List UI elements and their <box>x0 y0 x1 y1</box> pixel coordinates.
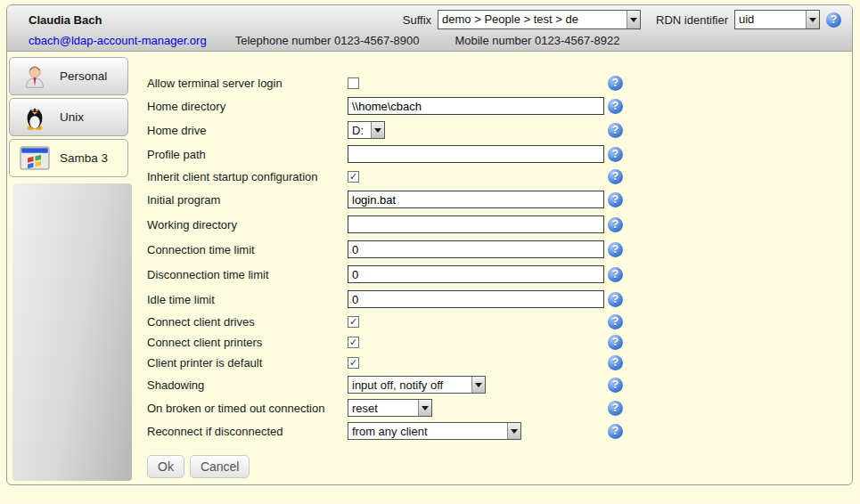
reconnect-if-disconnected-label: Reconnect if disconnected <box>147 425 348 438</box>
home-drive-control: D: <box>348 121 608 139</box>
windows-icon <box>20 144 50 173</box>
suffix-select[interactable]: demo > People > test > de <box>438 10 641 29</box>
help-icon[interactable]: ? <box>608 355 623 370</box>
form-row-initial-program: Initial program? <box>147 187 646 212</box>
disconnection-time-limit-control <box>348 265 608 283</box>
user-icon <box>20 62 50 91</box>
connect-client-drives-control: ✓ <box>348 316 608 328</box>
form-row-profile-path: Profile path? <box>147 142 646 167</box>
shadowing-select-value: input off, notify off <box>348 377 471 393</box>
allow-terminal-server-login-label: Allow terminal server login <box>147 77 348 90</box>
working-directory-control <box>348 215 608 233</box>
form-row-client-printer-is-default: Client printer is default✓? <box>147 353 646 373</box>
initial-program-control <box>348 191 608 208</box>
help-icon[interactable]: ? <box>608 401 623 416</box>
form-row-connect-client-drives: Connect client drives✓? <box>147 312 646 332</box>
home-directory-control <box>348 97 608 115</box>
help-icon[interactable]: ? <box>608 169 623 184</box>
form-row-connection-time-limit: Connection time limit? <box>147 237 646 262</box>
help-icon[interactable]: ? <box>608 123 623 138</box>
tab-samba3[interactable]: Samba 3 <box>9 139 128 177</box>
tux-icon <box>20 103 50 132</box>
help-icon[interactable]: ? <box>608 242 623 257</box>
form-rows: Allow terminal server login?Home directo… <box>147 73 646 443</box>
allow-terminal-server-login-checkbox[interactable] <box>348 77 359 89</box>
shadowing-control: input off, notify off <box>348 376 608 394</box>
chevron-down-icon[interactable] <box>418 400 431 416</box>
shadowing-label: Shadowing <box>147 378 348 392</box>
home-directory-input[interactable] <box>348 97 604 115</box>
connection-time-limit-input[interactable] <box>348 240 604 258</box>
connect-client-printers-control: ✓ <box>348 337 608 348</box>
ok-button[interactable]: Ok <box>147 455 184 478</box>
help-icon[interactable]: ? <box>608 314 623 329</box>
client-printer-is-default-label: Client printer is default <box>147 356 348 370</box>
help-icon[interactable]: ? <box>608 147 623 162</box>
telephone-number: Telephone number 0123-4567-8900 <box>235 34 420 47</box>
mobile-number: Mobile number 0123-4567-8922 <box>455 34 619 47</box>
profile-path-control <box>348 145 608 163</box>
idle-time-limit-input[interactable] <box>348 290 604 308</box>
disconnection-time-limit-input[interactable] <box>348 265 604 283</box>
inherit-client-startup-configuration-checkbox[interactable]: ✓ <box>348 171 359 183</box>
chevron-down-icon[interactable] <box>371 122 384 138</box>
shadowing-select[interactable]: input off, notify off <box>348 376 486 394</box>
client-printer-is-default-checkbox[interactable]: ✓ <box>348 357 359 369</box>
help-icon[interactable]: ? <box>608 267 623 282</box>
initial-program-input[interactable] <box>348 191 604 208</box>
on-broken-or-timed-out-connection-control: reset <box>348 399 608 417</box>
home-drive-select-value: D: <box>348 122 371 138</box>
reconnect-if-disconnected-select-value: from any client <box>348 423 507 439</box>
connect-client-printers-label: Connect client printers <box>147 336 348 349</box>
help-icon[interactable]: ? <box>608 192 623 207</box>
help-icon[interactable]: ? <box>608 217 623 232</box>
chevron-down-icon[interactable] <box>627 11 640 28</box>
rdn-identifier-select-value: uid <box>735 11 806 28</box>
help-icon[interactable]: ? <box>608 335 623 350</box>
tab-personal[interactable]: Personal <box>9 57 128 95</box>
cancel-button[interactable]: Cancel <box>190 455 250 478</box>
client-printer-is-default-control: ✓ <box>348 357 608 369</box>
inherit-client-startup-configuration-control: ✓ <box>348 171 608 183</box>
form-row-on-broken-or-timed-out-connection: On broken or timed out connectionreset? <box>147 396 646 419</box>
rdn-identifier-select[interactable]: uid <box>734 10 820 29</box>
tab-label: Unix <box>60 110 84 124</box>
email-link[interactable]: cbach@ldap-account-manager.org <box>29 34 207 47</box>
tab-label: Samba 3 <box>60 151 108 165</box>
on-broken-or-timed-out-connection-select[interactable]: reset <box>348 399 432 417</box>
help-icon[interactable]: ? <box>826 12 841 28</box>
help-icon[interactable]: ? <box>608 76 623 91</box>
help-icon[interactable]: ? <box>608 424 623 439</box>
account-header: Claudia Bach Suffix demo > People > test… <box>7 5 852 52</box>
header-row-1: Claudia Bach Suffix demo > People > test… <box>29 9 841 30</box>
form-row-idle-time-limit: Idle time limit? <box>147 287 646 312</box>
help-icon[interactable]: ? <box>608 99 623 114</box>
connect-client-drives-checkbox[interactable]: ✓ <box>348 316 359 328</box>
chevron-down-icon[interactable] <box>471 377 485 393</box>
idle-time-limit-label: Idle time limit <box>147 293 348 306</box>
help-icon[interactable]: ? <box>608 378 623 393</box>
form-row-reconnect-if-disconnected: Reconnect if disconnectedfrom any client… <box>147 419 646 443</box>
inherit-client-startup-configuration-label: Inherit client startup configuration <box>147 170 348 183</box>
module-tabs-sidebar: Personal Unix <box>9 57 132 180</box>
idle-time-limit-control <box>348 290 608 308</box>
form-row-allow-terminal-server-login: Allow terminal server login? <box>147 73 646 93</box>
reconnect-if-disconnected-select[interactable]: from any client <box>348 422 521 440</box>
form-row-inherit-client-startup-configuration: Inherit client startup configuration✓? <box>147 167 646 187</box>
help-icon[interactable]: ? <box>608 292 623 307</box>
home-drive-select[interactable]: D: <box>348 121 385 139</box>
suffix-label: Suffix <box>403 13 431 27</box>
account-name: Claudia Bach <box>29 13 102 27</box>
on-broken-or-timed-out-connection-select-value: reset <box>348 400 418 416</box>
form-row-home-drive: Home driveD:? <box>147 118 646 142</box>
connect-client-printers-checkbox[interactable]: ✓ <box>348 337 359 348</box>
initial-program-label: Initial program <box>147 193 348 207</box>
profile-path-input[interactable] <box>348 145 604 163</box>
profile-path-label: Profile path <box>147 148 348 161</box>
working-directory-input[interactable] <box>348 215 604 233</box>
chevron-down-icon[interactable] <box>507 423 520 439</box>
tab-unix[interactable]: Unix <box>9 98 128 136</box>
chevron-down-icon[interactable] <box>806 11 819 28</box>
working-directory-label: Working directory <box>147 218 348 232</box>
form-row-shadowing: Shadowinginput off, notify off? <box>147 373 646 396</box>
